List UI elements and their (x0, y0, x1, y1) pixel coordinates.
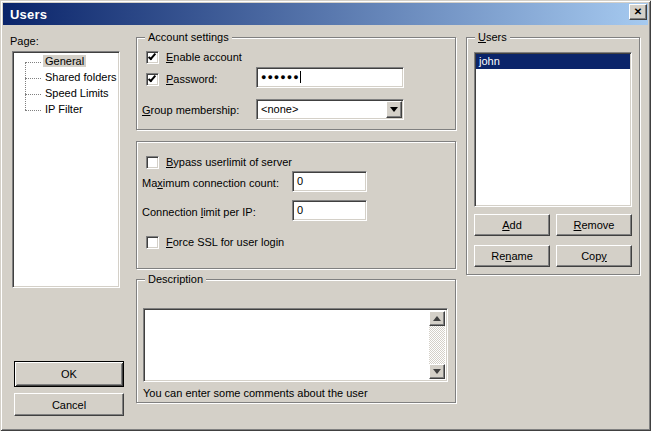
users-listbox[interactable]: john (474, 52, 632, 207)
tree-line (25, 94, 41, 95)
description-group-title: Description (145, 273, 206, 285)
rename-user-button[interactable]: Rename (474, 245, 550, 267)
connection-limit-per-ip-label: Connection limit per IP: (142, 206, 256, 218)
tree-item-speed-limits[interactable]: Speed Limits (13, 86, 119, 102)
tree-item-ip-filter[interactable]: IP Filter (13, 102, 119, 118)
copy-user-button[interactable]: Copy (556, 245, 632, 267)
tree-line (25, 62, 41, 63)
force-ssl-label[interactable]: Force SSL for user login (166, 236, 284, 248)
text-caret (300, 71, 301, 83)
list-item-john[interactable]: john (476, 54, 630, 69)
password-value: ●●●●●● (261, 72, 300, 82)
enable-account-checkbox[interactable] (146, 51, 159, 64)
close-button[interactable]: ✕ (629, 4, 647, 20)
tree-line (25, 78, 41, 79)
cancel-button[interactable]: Cancel (14, 393, 124, 416)
window-title: Users (10, 7, 47, 22)
password-input[interactable]: ●●●●●● (256, 67, 404, 88)
remove-user-button[interactable]: Remove (556, 214, 632, 236)
add-user-button[interactable]: Add (474, 214, 550, 236)
chevron-down-icon (390, 107, 398, 112)
connection-limit-per-ip-input[interactable]: 0 (292, 200, 367, 221)
scroll-up-button[interactable] (429, 311, 445, 326)
check-icon (148, 52, 156, 61)
vertical-scrollbar[interactable] (429, 311, 445, 379)
description-textarea[interactable] (143, 308, 448, 382)
scroll-down-button[interactable] (429, 364, 445, 379)
max-connection-count-label: Maximum connection count: (142, 177, 279, 189)
title-bar[interactable]: Users (3, 3, 648, 25)
dropdown-arrow-button[interactable] (386, 101, 402, 118)
group-membership-dropdown[interactable]: <none> (256, 99, 404, 120)
bypass-userlimit-checkbox[interactable] (146, 156, 159, 169)
tree-line (25, 110, 41, 111)
close-icon: ✕ (634, 7, 642, 17)
group-membership-value: <none> (261, 103, 298, 115)
force-ssl-checkbox[interactable] (146, 236, 159, 249)
users-dialog: Users ✕ Page: General Shared folders Spe… (0, 0, 651, 431)
max-connection-count-input[interactable]: 0 (292, 171, 367, 192)
enable-account-label[interactable]: Enable account (166, 51, 242, 63)
arrow-up-icon (433, 316, 441, 321)
description-hint: You can enter some comments about the us… (143, 387, 368, 399)
bypass-userlimit-label[interactable]: Bypass userlimit of server (166, 156, 292, 168)
tree-item-shared-folders[interactable]: Shared folders (13, 70, 119, 86)
password-checkbox[interactable] (146, 73, 159, 86)
page-tree[interactable]: General Shared folders Speed Limits IP F… (12, 51, 120, 288)
arrow-down-icon (433, 369, 441, 374)
ok-button[interactable]: OK (14, 361, 124, 387)
tree-item-general[interactable]: General (13, 54, 119, 70)
users-group-title: Users (475, 31, 510, 43)
check-icon (148, 74, 156, 83)
password-label[interactable]: Password: (166, 73, 217, 85)
account-settings-group-title: Account settings (145, 31, 232, 43)
page-label: Page: (10, 35, 39, 47)
group-membership-label: Group membership: (142, 104, 239, 116)
